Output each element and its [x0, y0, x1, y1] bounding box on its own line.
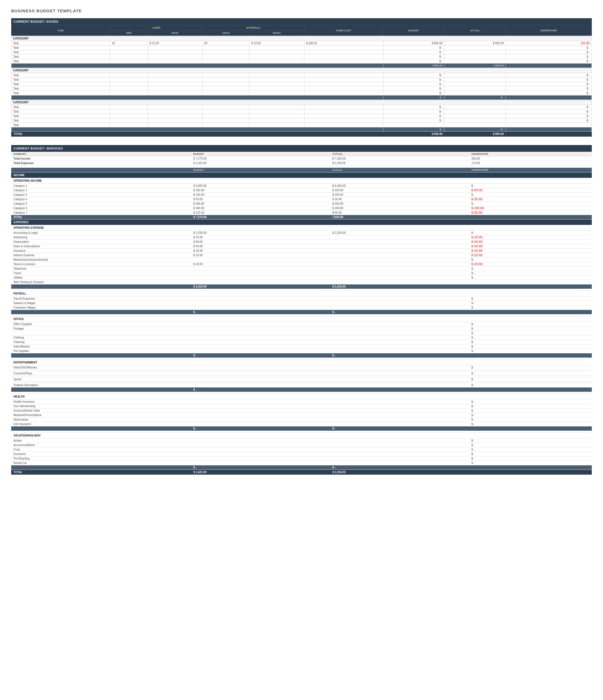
- services-item-row: Food $ -: [11, 447, 592, 452]
- goods-task-row: Task $ - $ -: [11, 109, 592, 114]
- services-item-row: Contractor Wages $ -: [11, 305, 592, 310]
- summary-col-underover: UNDER/OVER: [469, 152, 592, 156]
- services-item-row: Telephone $ -: [11, 267, 592, 271]
- subsection-label-row: HEALTH: [11, 394, 592, 400]
- goods-task-row: Task 10 $ 15.00 50 $ 10.00 $ 200.00 $ 85…: [11, 41, 592, 46]
- goods-category-row: CATEGORY: [11, 36, 592, 41]
- goods-task-row: Task $ - $ -: [11, 119, 592, 123]
- services-main-table: BUDGET ACTUAL UNDER/OVER INCOMEOPERATING…: [11, 168, 592, 475]
- goods-task-row: Task $ - $ -: [11, 73, 592, 78]
- goods-task-row: Task: [11, 123, 592, 127]
- svc-actual-col: ACTUAL: [330, 168, 469, 173]
- goods-category-row: CATEGORY: [11, 68, 592, 73]
- services-item-row: Category 5 $ 500.00 $ 500.00 $ -: [11, 202, 592, 206]
- page-title: BUSINESS BUDGET TEMPLATE: [11, 8, 592, 13]
- col-underover-header: UNDER/OVER: [506, 25, 592, 36]
- goods-total-row: TOTAL $ 850.00 $ 800.00: [11, 132, 592, 136]
- services-item-row: Life Insurance $ -: [11, 422, 592, 426]
- goods-category-row: CATEGORY: [11, 100, 592, 105]
- summary-table: SUMMARY BUDGET ACTUAL UNDER/OVER Total I…: [11, 152, 592, 166]
- goods-total-budget: $ 850.00: [383, 132, 444, 136]
- services-section: CURRENT BUDGET: SERVICES SUMMARY BUDGET …: [11, 145, 592, 475]
- services-item-row: Cleaning $ -: [11, 340, 592, 344]
- goods-task-row: Task $ - $ -: [11, 86, 592, 91]
- grand-total-row: TOTAL $ 2,423.00 $ 2,250.00: [11, 470, 592, 475]
- services-item-row: Postage $ -: [11, 326, 592, 331]
- services-item-row: Concerts/Plays $ -: [11, 371, 592, 376]
- services-item-row: Web Hosting & Domains: [11, 280, 592, 284]
- goods-section-header: CURRENT BUDGET: GOODS: [11, 18, 592, 25]
- services-item-row: Rental Car $ -: [11, 461, 592, 465]
- goods-task-row: Task $ - $ -: [11, 59, 592, 64]
- goods-section: CURRENT BUDGET: GOODS TASK LABOR MATERIA…: [11, 18, 592, 136]
- section-label-row: INCOME: [11, 173, 592, 178]
- goods-task-row: Task $ - $ -: [11, 46, 592, 50]
- services-item-row: Video/DVD/Movies $ -: [11, 366, 592, 370]
- services-item-row: Category 4 $ 55.00 $ 20.00 $ (35.00): [11, 197, 592, 202]
- goods-subtotal-row: $ - $ -: [11, 127, 592, 132]
- subsection-label-row: ENTERTAINMENT: [11, 360, 592, 366]
- subsection-label-row: PAYROLL: [11, 291, 592, 297]
- svc-budget-col: BUDGET: [191, 168, 330, 173]
- services-item-row: Taxes & Licenses $ 29.00 $ (29.00): [11, 262, 592, 267]
- services-item-row: Pet Supplies $ -: [11, 349, 592, 353]
- services-subtotal-row: $ - $ -: [11, 465, 592, 470]
- services-item-row: Interest Expense $ 15.00 $ (15.00): [11, 253, 592, 257]
- services-item-row: Accounting & Legal $ 2,250.00 $ 2,250.00…: [11, 231, 592, 235]
- services-item-row: Depreciation $ 40.00 $ (40.00): [11, 240, 592, 244]
- services-item-row: Doctors/Dentist Visits $ -: [11, 408, 592, 413]
- services-item-row: Pet Boarding $ -: [11, 456, 592, 461]
- goods-total-label: TOTAL: [11, 132, 383, 136]
- goods-subtotal-row: $ - $ -: [11, 96, 592, 100]
- services-item-row: Outdoor Recreation $ -: [11, 383, 592, 388]
- income-total-row: TOTAL $ 7,270.00 7,020.00: [11, 215, 592, 220]
- subsection-label-row: OPERATING INCOME: [11, 178, 592, 184]
- services-item-row: Utilities $ -: [11, 276, 592, 280]
- services-subtotal-row: $ -: [11, 388, 592, 392]
- services-item-row: Health Insurance $ -: [11, 400, 592, 404]
- services-item-row: Clothing $ -: [11, 335, 592, 340]
- services-item-row: Dues & Subscriptions $ 44.00 $ (44.00): [11, 244, 592, 249]
- subsection-label-row: OFFICE: [11, 317, 592, 322]
- services-subtotal-row: $ - $ -: [11, 310, 592, 315]
- services-item-row: Maintenance/Improvements $ -: [11, 257, 592, 262]
- goods-task-row: Task $ - $ -: [11, 78, 592, 82]
- services-item-row: $ -: [11, 331, 592, 335]
- col-hrs-header: HRS: [110, 30, 148, 36]
- services-item-row: Office Supplies $ -: [11, 322, 592, 326]
- summary-col-actual: ACTUAL: [330, 152, 469, 156]
- col-materials-header: MATERIALS: [202, 25, 304, 30]
- goods-task-row: Task $ - $ -: [11, 91, 592, 96]
- services-item-row: Salon/Barber $ -: [11, 344, 592, 349]
- services-item-row: Souvenirs $ -: [11, 452, 592, 456]
- services-subtotal-row: $ 2,423.00 $ 2,250.00: [11, 284, 592, 289]
- services-item-row: Accommodations $ -: [11, 443, 592, 447]
- subsection-label-row: OPERATING EXPENSE: [11, 225, 592, 231]
- col-task-header: TASK: [11, 25, 110, 36]
- goods-table: TASK LABOR MATERIALS FIXED COST BUDGET A…: [11, 25, 592, 136]
- services-item-row: Category 7 $ 115.00 $ 50.00 $ (65.00): [11, 210, 592, 215]
- services-item-row: Sports $ -: [11, 377, 592, 382]
- services-item-row: Airfare $ -: [11, 439, 592, 443]
- summary-header-row: SUMMARY BUDGET ACTUAL UNDER/OVER: [11, 152, 592, 156]
- summary-row: Total Expenses $ 2,423.00 $ 2,250.00 173…: [11, 161, 592, 166]
- summary-row: Total Income $ 7,270.00 $ 7,020.00 250.0…: [11, 156, 592, 161]
- services-col-header-row: BUDGET ACTUAL UNDER/OVER: [11, 168, 592, 173]
- goods-task-row: Task $ - $ -: [11, 82, 592, 86]
- col-labor-header: LABOR: [110, 25, 202, 30]
- goods-task-row: Task $ - $ -: [11, 114, 592, 119]
- services-item-row: Travel $ -: [11, 271, 592, 276]
- goods-task-row: Task $ - $ -: [11, 55, 592, 59]
- services-subtotal-row: $ - $ -: [11, 426, 592, 431]
- services-section-header: CURRENT BUDGET: SERVICES: [11, 145, 592, 152]
- services-item-row: Veterinarian $ -: [11, 418, 592, 422]
- services-item-row: Category 6 $ 300.00 $ 200.00 $ (100.00): [11, 206, 592, 210]
- summary-col-budget: BUDGET: [191, 152, 330, 156]
- section-label-row: EXPENSES: [11, 220, 592, 225]
- services-item-row: Payroll Expenses $ -: [11, 297, 592, 301]
- services-item-row: Category 2 $ 200.00 $ 150.00 $ (50.00): [11, 188, 592, 193]
- services-item-row: Gym Membership $ -: [11, 404, 592, 408]
- services-item-row: Advertising $ 25.00 $ (25.00): [11, 235, 592, 240]
- col-rate-header: RATE: [148, 30, 202, 36]
- goods-total-actual: $ 800.00: [444, 132, 506, 136]
